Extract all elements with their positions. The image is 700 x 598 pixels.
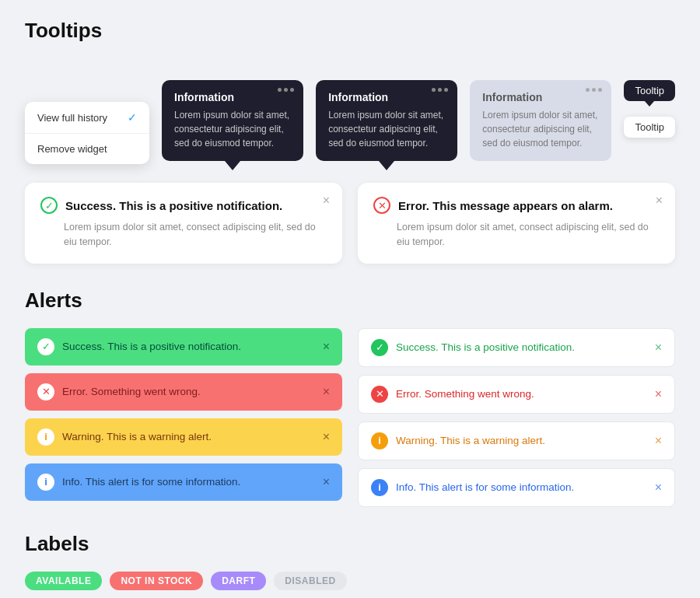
alerts-section: Alerts ✓ Success. This is a positive not… [25,289,675,507]
labels-row: AVAILABLE NOT IN STOCK DARFT DISABLED [25,572,675,590]
alert-success-outline-close[interactable]: × [655,341,662,355]
tooltip-bubble-dark: Tooltip [624,80,675,101]
notif-body-error: Lorem ipsum dolor sit amet, consect adip… [373,220,660,250]
alert-error-filled-icon: ✕ [37,383,54,400]
tooltip-card-dark-2: Information Lorem ipsum dolor sit amet, … [316,58,457,170]
alerts-grid: ✓ Success. This is a positive notificati… [25,328,675,507]
alert-warning-outline-close[interactable]: × [655,434,662,448]
notif-close-success[interactable]: × [323,194,330,208]
tooltips-grid: View full history ✓ Remove widget Inform… [25,58,675,170]
alerts-title: Alerts [25,289,675,313]
label-draft: DARFT [211,572,266,590]
notif-card-error: × ✕ Error. This message appears on alarm… [358,183,675,264]
alert-success-outline-text: Success. This is a positive notification… [396,341,647,353]
alert-info-outline-text: Info. This alert is for some information… [396,481,647,493]
tooltip-arrow-2 [379,161,394,170]
alert-error-filled-close[interactable]: × [323,385,330,399]
alerts-outline-col: ✓ Success. This is a positive notificati… [358,328,675,507]
dots-row-2 [432,88,448,92]
alert-info-filled-close[interactable]: × [323,475,330,489]
alert-warning-outline: i Warning. This is a warning alert. × [358,421,675,460]
notif-title-row-error: ✕ Error. This message appears on alarm. [373,197,660,214]
notif-body-success: Lorem ipsum dolor sit amet, consect adip… [40,220,327,250]
check-icon: ✓ [128,111,137,124]
alert-success-filled-icon: ✓ [37,338,54,355]
notif-title-row-success: ✓ Success. This is a positive notificati… [40,197,327,214]
alert-info-filled: i Info. This alert is for some informati… [25,463,342,501]
alert-error-filled-text: Error. Something went wrong. [62,386,315,397]
alert-info-outline-icon: i [371,479,388,496]
alert-info-outline-close[interactable]: × [655,481,662,495]
alert-success-filled-close[interactable]: × [323,340,330,354]
tooltip-arrow-1 [225,161,240,170]
labels-section: Labels AVAILABLE NOT IN STOCK DARFT DISA… [25,532,675,590]
alert-warning-outline-text: Warning. This is a warning alert. [396,435,647,446]
tooltip-dropdown-wrap: View full history ✓ Remove widget [25,80,149,164]
tooltip-card-dark-1: Information Lorem ipsum dolor sit amet, … [162,58,303,170]
alert-error-outline-icon: ✕ [371,386,388,403]
notif-card-success: × ✓ Success. This is a positive notifica… [25,183,342,264]
alert-warning-filled-close[interactable]: × [323,430,330,444]
alert-info-filled-text: Info. This alert is for some information… [62,476,315,488]
dots-row-1 [278,88,294,92]
alert-warning-filled-icon: i [37,428,54,446]
alert-success-filled-text: Success. This is a positive notification… [62,341,315,352]
alert-error-filled: ✕ Error. Something went wrong. × [25,373,342,411]
alert-success-outline-icon: ✓ [371,339,388,356]
dropdown-item-remove[interactable]: Remove widget [25,133,149,164]
alert-error-outline: ✕ Error. Something went wrong. × [358,375,675,414]
tooltip-card-light: Information Lorem ipsum dolor sit amet, … [470,58,611,161]
dropdown-item-history[interactable]: View full history ✓ [25,102,149,133]
label-available: AVAILABLE [25,572,102,590]
alerts-filled-col: ✓ Success. This is a positive notificati… [25,328,342,507]
alert-info-filled-icon: i [37,474,54,491]
alert-success-outline: ✓ Success. This is a positive notificati… [358,328,675,367]
alert-warning-outline-icon: i [371,432,388,449]
alert-success-filled: ✓ Success. This is a positive notificati… [25,328,342,365]
label-disabled: DISABLED [274,572,346,590]
tooltip-bubbles: Tooltip Tooltip [624,80,675,138]
alert-error-outline-close[interactable]: × [655,387,662,401]
labels-title: Labels [25,532,675,556]
alert-info-outline: i Info. This alert is for some informati… [358,468,675,507]
dots-row-light [586,88,602,92]
tooltips-title: Tooltips [25,19,675,43]
tooltips-section: Tooltips View full history ✓ Remove widg… [25,19,675,264]
alert-error-outline-text: Error. Something went wrong. [396,388,647,400]
tooltip-dropdown[interactable]: View full history ✓ Remove widget [25,102,149,164]
label-not-in-stock: NOT IN STOCK [110,572,203,590]
error-icon: ✕ [373,197,390,214]
notif-close-error[interactable]: × [656,194,663,208]
success-icon: ✓ [40,197,58,214]
alert-warning-filled-text: Warning. This is a warning alert. [62,431,315,442]
notifications-row: × ✓ Success. This is a positive notifica… [25,183,675,264]
alert-warning-filled: i Warning. This is a warning alert. × [25,418,342,456]
tooltip-bubble-light: Tooltip [624,117,675,138]
